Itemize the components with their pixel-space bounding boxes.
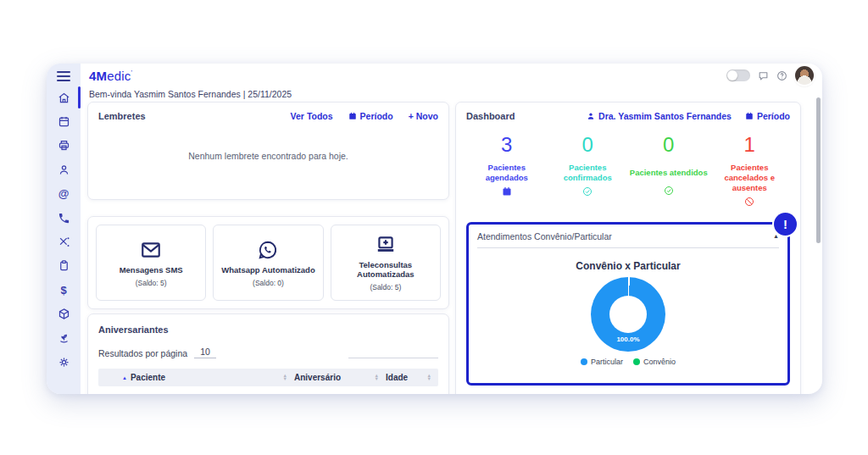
donut-chart: 100.0% — [591, 277, 665, 352]
hamburger-menu-icon[interactable] — [57, 71, 70, 81]
whatsapp-saldo: (Saldo: 0) — [253, 279, 284, 287]
theme-toggle[interactable] — [726, 69, 750, 81]
calendar-icon — [348, 112, 357, 120]
donut-percent-label: 100.0% — [591, 336, 665, 343]
sort-icon: ▲▼ — [427, 375, 431, 380]
clipboard-icon — [58, 259, 70, 272]
chat-button[interactable] — [758, 70, 769, 81]
stat-atendidos: 0 Pacientes atendidos — [628, 135, 709, 210]
stats-row: 3 Pacientes agendados 0 Pacientes confir… — [466, 135, 790, 210]
doctor-icon — [587, 112, 595, 120]
sidebar-item-clipboard[interactable] — [47, 254, 81, 278]
calendar-icon — [745, 112, 754, 120]
stat-value: 0 — [663, 135, 674, 155]
sidebar-item-printer[interactable] — [47, 134, 81, 158]
aniversariantes-title: Aniversariantes — [98, 325, 438, 335]
sidebar-item-mentions[interactable]: @ — [47, 182, 81, 206]
sidebar-item-settings[interactable] — [47, 350, 81, 374]
stat-label: Pacientes confirmados — [548, 163, 629, 183]
sms-label: Mensagens SMS — [120, 265, 183, 275]
page-size-input[interactable]: 10 — [194, 347, 216, 358]
aniversariantes-table: ▲ Paciente ▲▼ Aniversário ▲▼ Idade ▲▼ — [98, 369, 438, 394]
teleconsult-card[interactable]: Teleconsultas Automatizadas (Saldo: 5) — [331, 225, 441, 301]
collapse-up-icon[interactable]: ▲ — [773, 233, 779, 239]
cancel-icon — [744, 197, 754, 207]
stat-label: Pacientes cancelados e ausentes — [709, 163, 791, 193]
whatsapp-icon — [257, 239, 279, 261]
stat-value: 3 — [501, 135, 512, 155]
teleconsult-label: Teleconsultas Automatizadas — [331, 260, 440, 279]
home-icon — [58, 92, 70, 104]
column-header-idade[interactable]: Idade ▲▼ — [386, 373, 438, 382]
sidebar-item-reports[interactable] — [47, 326, 81, 350]
table-search-input[interactable] — [348, 347, 438, 358]
dashboard-title: Dashboard — [466, 111, 515, 121]
stat-label: Pacientes agendados — [466, 163, 548, 183]
stat-cancelados: 1 Pacientes cancelados e ausentes — [709, 135, 791, 210]
calendar-icon — [502, 186, 512, 197]
help-button[interactable] — [776, 70, 787, 81]
novo-lembrete-button[interactable]: + Novo — [409, 111, 438, 121]
lembretes-empty-text: Nenhum lembrete encontrado para hoje. — [98, 121, 438, 191]
chart-title: Convênio x Particular — [477, 260, 779, 272]
toggle-knob — [727, 70, 737, 80]
app-logo: 4Medic' — [89, 69, 132, 83]
table-header-row: ▲ Paciente ▲▼ Aniversário ▲▼ Idade ▲▼ — [98, 369, 438, 386]
lembretes-title: Lembretes — [98, 111, 146, 121]
teleconsult-icon — [375, 234, 397, 256]
alert-badge[interactable]: ! — [774, 213, 797, 236]
atendimentos-section: ! Atendimentos Convênio/Particular ▲ Con… — [466, 222, 790, 386]
sidebar-item-financial[interactable]: $ — [47, 278, 81, 302]
app-window: @ $ — [47, 64, 822, 394]
dashboard-periodo-button[interactable]: Período — [745, 111, 790, 121]
gear-icon — [58, 356, 70, 369]
table-row[interactable]: Alessandra Santos da Silva Dia 25/11 49 — [98, 390, 438, 394]
topbar-controls — [726, 66, 814, 85]
stat-confirmados: 0 Pacientes confirmados — [548, 135, 629, 210]
check-circle-icon — [664, 186, 674, 196]
legend-dot-green — [633, 358, 640, 365]
stat-value: 0 — [582, 135, 593, 155]
screen: @ $ — [0, 0, 868, 455]
user-avatar[interactable] — [795, 66, 814, 85]
sort-icon: ▲▼ — [375, 375, 379, 380]
at-sign-icon: @ — [58, 188, 70, 199]
ver-todos-button[interactable]: Ver Todos — [291, 111, 333, 121]
legend-item-convenio[interactable]: Convênio — [633, 358, 676, 366]
sidebar-item-referrals[interactable] — [47, 230, 81, 253]
sort-icon: ▲▼ — [283, 375, 287, 380]
channels-card: Mensagens SMS (Saldo: 5) Whatsapp Automa… — [87, 216, 449, 309]
aniversariantes-card: Aniversariantes Resultados por página 10… — [87, 314, 449, 394]
sidebar-item-patients[interactable] — [47, 158, 81, 181]
column-header-paciente[interactable]: ▲ Paciente ▲▼ — [98, 373, 294, 382]
lembretes-periodo-button[interactable]: Período — [348, 111, 393, 121]
whatsapp-card[interactable]: Whatsapp Automatizado (Saldo: 0) — [213, 225, 323, 301]
whatsapp-label: Whatsapp Automatizado — [221, 265, 314, 275]
chat-bubble-icon — [758, 70, 769, 81]
stat-agendados: 3 Pacientes agendados — [466, 135, 548, 210]
phone-icon — [58, 212, 70, 225]
referral-icon — [58, 236, 70, 248]
column-header-aniversario[interactable]: Aniversário ▲▼ — [294, 373, 386, 382]
package-icon — [58, 308, 70, 320]
lembretes-card: Lembretes Ver Todos Período + Novo Nenhu… — [87, 102, 449, 200]
teleconsult-saldo: (Saldo: 5) — [370, 283, 401, 291]
check-circle-icon — [582, 186, 593, 197]
doctor-selector[interactable]: Dra. Yasmim Santos Fernandes — [587, 111, 732, 121]
atendimentos-title: Atendimentos Convênio/Particular — [477, 231, 612, 241]
scrollbar-thumb[interactable] — [816, 97, 821, 243]
sms-card[interactable]: Mensagens SMS (Saldo: 5) — [96, 225, 206, 301]
sidebar-item-stock[interactable] — [47, 302, 81, 326]
sidebar-nav: @ $ — [47, 86, 81, 375]
main-area: 4Medic' Bem-vinda Yasmim Santos Fernande… — [81, 64, 822, 394]
growth-icon — [58, 332, 70, 345]
legend-item-particular[interactable]: Particular — [581, 358, 623, 366]
stat-value: 1 — [744, 135, 755, 155]
calendar-icon — [58, 115, 70, 128]
sidebar-item-phone[interactable] — [47, 206, 81, 230]
sidebar-item-home[interactable] — [47, 86, 81, 109]
sidebar-item-agenda[interactable] — [47, 109, 81, 133]
sidebar: @ $ — [47, 64, 81, 394]
welcome-text: Bem-vinda Yasmim Santos Fernandes | 25/1… — [89, 89, 292, 99]
page-size-label: Resultados por página — [98, 348, 187, 358]
